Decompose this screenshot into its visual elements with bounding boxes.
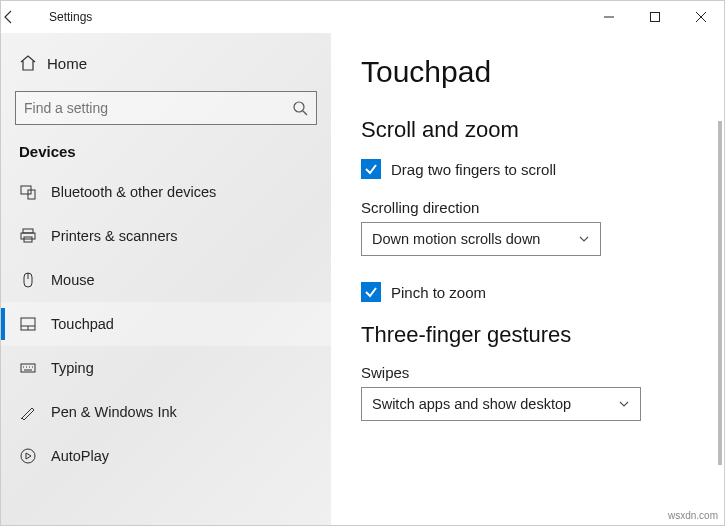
close-button[interactable] <box>678 1 724 33</box>
content-pane: Touchpad Scroll and zoom Drag two finger… <box>331 33 724 525</box>
nav-item-autoplay[interactable]: AutoPlay <box>1 434 331 478</box>
keyboard-icon <box>19 359 51 377</box>
svg-point-20 <box>21 449 35 463</box>
sidebar: Home Devices Bluetooth & other devices <box>1 33 331 525</box>
checkbox-pinch-zoom[interactable]: Pinch to zoom <box>361 282 694 302</box>
checkbox-checked-icon <box>361 282 381 302</box>
nav-item-mouse[interactable]: Mouse <box>1 258 331 302</box>
watermark: wsxdn.com <box>668 510 718 521</box>
nav-home-label: Home <box>47 55 87 72</box>
nav-item-typing[interactable]: Typing <box>1 346 331 390</box>
nav-item-label: Typing <box>51 360 94 376</box>
printer-icon <box>19 227 51 245</box>
svg-line-3 <box>303 111 307 115</box>
svg-point-2 <box>294 102 304 112</box>
section-three-finger: Three-finger gestures <box>361 322 694 348</box>
nav-item-label: AutoPlay <box>51 448 109 464</box>
home-icon <box>19 54 47 72</box>
nav-home[interactable]: Home <box>1 43 331 83</box>
nav-item-label: Bluetooth & other devices <box>51 184 216 200</box>
search-input[interactable] <box>24 100 292 116</box>
search-box[interactable] <box>15 91 317 125</box>
minimize-button[interactable] <box>586 1 632 33</box>
search-icon <box>292 100 308 116</box>
svg-rect-1 <box>651 13 660 22</box>
devices-icon <box>19 183 51 201</box>
svg-rect-7 <box>21 233 35 239</box>
nav-item-touchpad[interactable]: Touchpad <box>1 302 331 346</box>
checkbox-label: Pinch to zoom <box>391 284 486 301</box>
select-value: Switch apps and show desktop <box>372 396 571 412</box>
pen-icon <box>19 403 51 421</box>
sidebar-section-title: Devices <box>1 139 331 170</box>
nav-item-label: Mouse <box>51 272 95 288</box>
nav-item-label: Pen & Windows Ink <box>51 404 177 420</box>
swipes-select[interactable]: Switch apps and show desktop <box>361 387 641 421</box>
vertical-scrollbar[interactable] <box>718 121 722 465</box>
chevron-down-icon <box>578 233 590 245</box>
nav-item-bluetooth[interactable]: Bluetooth & other devices <box>1 170 331 214</box>
titlebar: Settings <box>1 1 724 33</box>
nav-item-label: Touchpad <box>51 316 114 332</box>
nav-item-printers[interactable]: Printers & scanners <box>1 214 331 258</box>
checkbox-drag-two-fingers[interactable]: Drag two fingers to scroll <box>361 159 694 179</box>
scrolling-direction-select[interactable]: Down motion scrolls down <box>361 222 601 256</box>
svg-rect-6 <box>23 229 33 233</box>
section-scroll-zoom: Scroll and zoom <box>361 117 694 143</box>
chevron-down-icon <box>618 398 630 410</box>
select-value: Down motion scrolls down <box>372 231 540 247</box>
page-title: Touchpad <box>361 55 694 89</box>
maximize-button[interactable] <box>632 1 678 33</box>
swipes-label: Swipes <box>361 364 694 381</box>
nav-item-pen[interactable]: Pen & Windows Ink <box>1 390 331 434</box>
scrolling-direction-label: Scrolling direction <box>361 199 694 216</box>
nav-item-label: Printers & scanners <box>51 228 178 244</box>
autoplay-icon <box>19 447 51 465</box>
checkbox-checked-icon <box>361 159 381 179</box>
mouse-icon <box>19 271 51 289</box>
checkbox-label: Drag two fingers to scroll <box>391 161 556 178</box>
window-title: Settings <box>49 10 92 24</box>
svg-rect-14 <box>21 364 35 372</box>
touchpad-icon <box>19 315 51 333</box>
back-button[interactable] <box>1 9 49 25</box>
